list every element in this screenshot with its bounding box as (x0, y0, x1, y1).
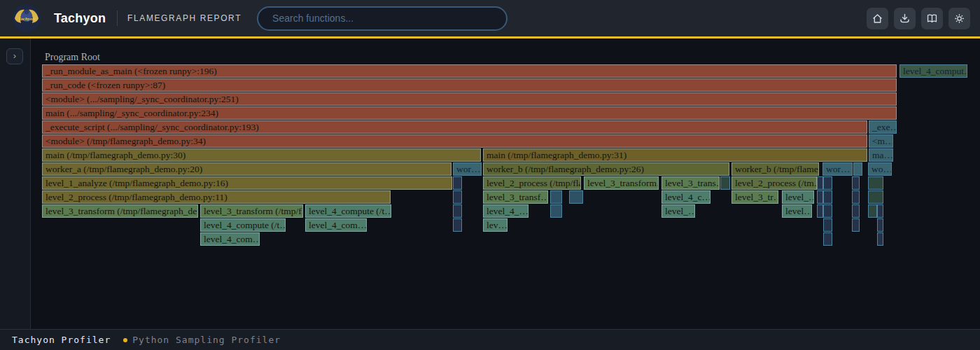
flame-bar[interactable]: wor… (453, 162, 482, 176)
toolbar (867, 8, 970, 29)
flame-bar[interactable]: level_2_process (/tmp/fla… (483, 176, 581, 190)
flame-bar[interactable]: <module> (/tmp/flamegraph_demo.py:34) (42, 134, 867, 148)
flame-bar[interactable]: level_3_trans… (662, 176, 720, 190)
flame-bar[interactable] (453, 204, 462, 218)
flame-bar[interactable]: wo… (868, 162, 892, 176)
search-input[interactable] (257, 6, 507, 31)
flame-bar[interactable] (817, 176, 823, 190)
flame-bar[interactable]: _run_code (<frozen runpy>:87) (42, 78, 897, 92)
flame-bar[interactable] (853, 162, 862, 176)
home-button[interactable] (867, 8, 888, 29)
flame-bar[interactable]: _exe… (869, 120, 897, 134)
flame-bar[interactable] (823, 204, 832, 218)
flame-bar[interactable]: level_1_analyze (/tmp/flamegraph_demo.py… (42, 176, 452, 190)
flame-bar[interactable]: level_3_tr… (732, 190, 778, 204)
flame-bar[interactable]: worker_b (/tmp/flamegraph_demo.py:26) (483, 162, 729, 176)
sun-icon (953, 13, 965, 24)
status-profiler-type: Python Sampling Profiler (132, 335, 281, 345)
flame-bar[interactable]: level… (782, 204, 812, 218)
flame-bar[interactable]: _execute_script (.../sampling/_sync_coor… (42, 120, 867, 134)
flame-bar[interactable]: ma… (869, 148, 893, 162)
flame-bar[interactable]: main (/tmp/flamegraph_demo.py:31) (483, 148, 867, 162)
flame-bar[interactable]: main (.../sampling/_sync_coordinator.py:… (42, 106, 897, 120)
flame-bar[interactable] (868, 190, 883, 204)
home-icon (872, 13, 883, 24)
theme-toggle-button[interactable] (948, 8, 970, 29)
sidebar-expand-button[interactable]: › (6, 48, 23, 64)
app-window: Tachyon Tachyon FLAMEGRAPH REPORT (0, 0, 980, 350)
flame-root-frame[interactable]: Program Root (45, 52, 100, 63)
flame-bar[interactable] (852, 176, 860, 190)
flame-bar[interactable] (868, 204, 877, 218)
flame-bar[interactable]: <module> (.../sampling/_sync_coordinator… (42, 92, 897, 106)
flame-bar[interactable]: level_4_compute (/t… (200, 218, 286, 232)
status-bar: Tachyon Profiler Python Sampling Profile… (0, 329, 980, 350)
book-icon (926, 13, 938, 24)
accent-divider (0, 36, 980, 38)
flame-bar[interactable]: level_… (662, 204, 695, 218)
flame-bar[interactable]: level_3_transform… (584, 176, 659, 190)
report-type-label: FLAMEGRAPH REPORT (127, 13, 241, 23)
flame-bar[interactable] (877, 218, 883, 232)
svg-text:Tachyon: Tachyon (18, 16, 36, 22)
flame-bar[interactable] (453, 218, 462, 232)
flame-bar[interactable]: level_4_compute (/t… (305, 204, 391, 218)
flame-bar[interactable] (817, 190, 823, 204)
flame-bar[interactable]: level_4_c… (662, 190, 710, 204)
status-app-name: Tachyon Profiler (12, 335, 111, 345)
flame-bar[interactable]: lev… (483, 218, 507, 232)
flame-bar[interactable] (852, 218, 860, 232)
header-divider (117, 10, 118, 26)
flame-bar[interactable] (550, 190, 562, 204)
flame-bar[interactable]: worker_a (/tmp/flamegraph_demo.py:20) (42, 162, 451, 176)
flame-bar[interactable] (550, 204, 562, 218)
flame-bar[interactable] (720, 176, 730, 190)
flame-bar[interactable] (453, 190, 462, 204)
flame-bar[interactable] (852, 190, 860, 204)
flame-bar[interactable]: level_4_com… (305, 218, 367, 232)
flame-bar[interactable]: level_3_transform (/tmp/fl… (200, 204, 303, 218)
flame-bar[interactable] (823, 190, 832, 204)
flame-bar[interactable] (823, 218, 832, 232)
flame-bar[interactable]: level_3_transform (/tmp/flamegraph_dem… (42, 204, 198, 218)
flame-bar[interactable]: wor… (822, 162, 853, 176)
search-container (257, 6, 507, 31)
flame-bar[interactable]: level_2_process (/tm… (732, 176, 817, 190)
flame-bar[interactable] (868, 176, 883, 190)
flame-bar[interactable]: level_4_com… (200, 232, 260, 246)
tachyon-logo-icon: Tachyon (13, 4, 41, 32)
status-dot-icon (123, 338, 127, 342)
flame-bar[interactable] (852, 204, 860, 218)
flame-bar[interactable]: worker_b (/tmp/flame… (732, 162, 819, 176)
flame-bar[interactable] (817, 204, 823, 218)
flame-bar[interactable]: level_2_process (/tmp/flamegraph_demo.py… (42, 190, 391, 204)
flame-bar[interactable]: level_4_comput… (899, 64, 967, 78)
flame-bar[interactable] (569, 190, 583, 204)
flame-bar[interactable]: level_4_… (483, 204, 528, 218)
flame-bar[interactable] (453, 176, 462, 190)
flamegraph: _run_module_as_main (<frozen runpy>:196)… (0, 64, 980, 253)
flame-bar[interactable] (877, 204, 883, 218)
top-bar: Tachyon Tachyon FLAMEGRAPH REPORT (0, 0, 980, 36)
flame-bar[interactable] (877, 232, 883, 246)
download-icon (899, 13, 911, 24)
flame-bar[interactable]: main (/tmp/flamegraph_demo.py:30) (42, 148, 481, 162)
flame-bar[interactable]: level_… (782, 190, 814, 204)
flame-bar[interactable]: <m… (869, 134, 893, 148)
docs-button[interactable] (921, 8, 943, 29)
flame-bar[interactable] (823, 232, 832, 246)
app-title: Tachyon (54, 11, 106, 26)
flame-bar[interactable]: _run_module_as_main (<frozen runpy>:196) (42, 64, 897, 78)
download-button[interactable] (894, 8, 916, 29)
flame-bar[interactable] (823, 176, 832, 190)
flame-bar[interactable]: level_3_transf… (483, 190, 548, 204)
